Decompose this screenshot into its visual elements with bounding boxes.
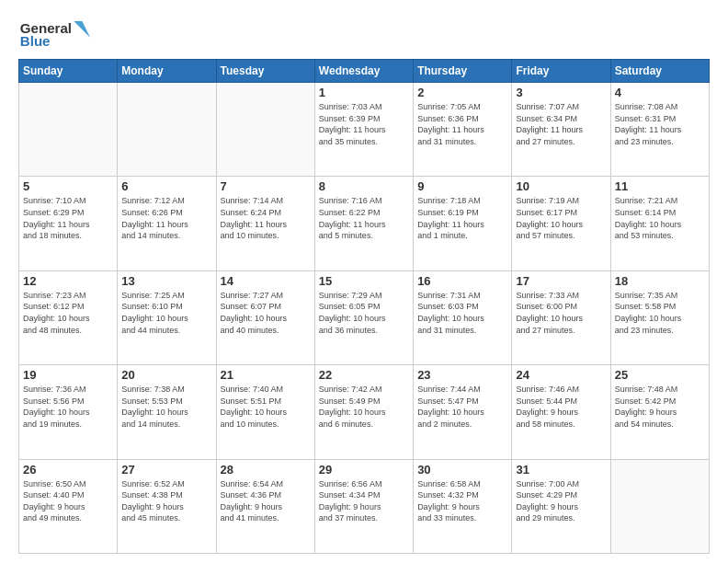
calendar-cell: 4Sunrise: 7:08 AM Sunset: 6:31 PM Daylig…: [610, 83, 709, 177]
calendar-cell: 11Sunrise: 7:21 AM Sunset: 6:14 PM Dayli…: [610, 177, 709, 270]
day-number: 6: [121, 179, 211, 193]
calendar-cell: 6Sunrise: 7:12 AM Sunset: 6:26 PM Daylig…: [118, 177, 216, 270]
day-number: 18: [615, 274, 705, 288]
calendar-cell: 21Sunrise: 7:40 AM Sunset: 5:51 PM Dayli…: [216, 365, 314, 459]
day-info: Sunrise: 7:12 AM Sunset: 6:26 PM Dayligh…: [121, 195, 211, 241]
calendar-week-4: 19Sunrise: 7:36 AM Sunset: 5:56 PM Dayli…: [19, 365, 710, 459]
day-number: 20: [121, 368, 211, 382]
day-number: 28: [221, 463, 311, 477]
day-info: Sunrise: 7:27 AM Sunset: 6:07 PM Dayligh…: [221, 290, 311, 336]
day-number: 12: [23, 274, 113, 288]
logo: General Blue: [18, 15, 92, 52]
day-number: 14: [221, 274, 311, 288]
day-number: 1: [319, 86, 409, 99]
calendar-week-1: 1Sunrise: 7:03 AM Sunset: 6:39 PM Daylig…: [19, 83, 710, 177]
day-info: Sunrise: 7:48 AM Sunset: 5:42 PM Dayligh…: [615, 384, 705, 430]
day-info: Sunrise: 7:33 AM Sunset: 6:00 PM Dayligh…: [516, 290, 606, 336]
calendar-cell: 15Sunrise: 7:29 AM Sunset: 6:05 PM Dayli…: [314, 270, 413, 364]
day-number: 2: [417, 86, 507, 99]
day-info: Sunrise: 7:00 AM Sunset: 4:29 PM Dayligh…: [516, 478, 606, 524]
day-info: Sunrise: 6:54 AM Sunset: 4:36 PM Dayligh…: [221, 478, 311, 524]
day-number: 9: [417, 179, 507, 193]
calendar-header-thursday: Thursday: [414, 60, 512, 83]
day-number: 11: [615, 179, 705, 193]
day-info: Sunrise: 6:56 AM Sunset: 4:34 PM Dayligh…: [319, 478, 409, 524]
day-info: Sunrise: 7:19 AM Sunset: 6:17 PM Dayligh…: [516, 195, 606, 241]
day-info: Sunrise: 7:44 AM Sunset: 5:47 PM Dayligh…: [417, 384, 507, 430]
calendar-cell: 16Sunrise: 7:31 AM Sunset: 6:03 PM Dayli…: [414, 270, 512, 364]
day-info: Sunrise: 6:58 AM Sunset: 4:32 PM Dayligh…: [417, 478, 507, 524]
day-number: 30: [417, 463, 507, 477]
header: General Blue: [18, 15, 710, 52]
calendar-header-friday: Friday: [512, 60, 610, 83]
day-number: 29: [319, 463, 409, 477]
calendar-cell: 31Sunrise: 7:00 AM Sunset: 4:29 PM Dayli…: [512, 459, 610, 553]
day-number: 25: [615, 368, 705, 382]
calendar-cell: 8Sunrise: 7:16 AM Sunset: 6:22 PM Daylig…: [314, 177, 413, 270]
day-number: 27: [121, 463, 211, 477]
day-number: 24: [516, 368, 606, 382]
calendar-cell: 5Sunrise: 7:10 AM Sunset: 6:29 PM Daylig…: [19, 177, 118, 270]
calendar-cell: 27Sunrise: 6:52 AM Sunset: 4:38 PM Dayli…: [118, 459, 216, 553]
day-info: Sunrise: 7:23 AM Sunset: 6:12 PM Dayligh…: [23, 290, 113, 336]
day-number: 23: [417, 368, 507, 382]
calendar-week-3: 12Sunrise: 7:23 AM Sunset: 6:12 PM Dayli…: [19, 270, 710, 364]
calendar-cell: 10Sunrise: 7:19 AM Sunset: 6:17 PM Dayli…: [512, 177, 610, 270]
day-number: 10: [516, 179, 606, 193]
day-info: Sunrise: 7:16 AM Sunset: 6:22 PM Dayligh…: [319, 195, 409, 241]
day-info: Sunrise: 7:18 AM Sunset: 6:19 PM Dayligh…: [417, 195, 507, 241]
calendar-cell: [19, 83, 118, 177]
calendar-cell: 12Sunrise: 7:23 AM Sunset: 6:12 PM Dayli…: [19, 270, 118, 364]
day-info: Sunrise: 7:42 AM Sunset: 5:49 PM Dayligh…: [319, 384, 409, 430]
calendar-cell: 3Sunrise: 7:07 AM Sunset: 6:34 PM Daylig…: [512, 83, 610, 177]
day-info: Sunrise: 7:31 AM Sunset: 6:03 PM Dayligh…: [417, 290, 507, 336]
calendar-week-2: 5Sunrise: 7:10 AM Sunset: 6:29 PM Daylig…: [19, 177, 710, 270]
day-info: Sunrise: 7:25 AM Sunset: 6:10 PM Dayligh…: [121, 290, 211, 336]
calendar-table: SundayMondayTuesdayWednesdayThursdayFrid…: [18, 59, 710, 554]
day-number: 19: [23, 368, 113, 382]
calendar-week-5: 26Sunrise: 6:50 AM Sunset: 4:40 PM Dayli…: [19, 459, 710, 553]
calendar-cell: 9Sunrise: 7:18 AM Sunset: 6:19 PM Daylig…: [414, 177, 512, 270]
calendar-cell: [118, 83, 216, 177]
day-info: Sunrise: 7:05 AM Sunset: 6:36 PM Dayligh…: [417, 101, 507, 147]
calendar-cell: 24Sunrise: 7:46 AM Sunset: 5:44 PM Dayli…: [512, 365, 610, 459]
calendar-cell: 19Sunrise: 7:36 AM Sunset: 5:56 PM Dayli…: [19, 365, 118, 459]
calendar-header-monday: Monday: [118, 60, 216, 83]
day-number: 16: [417, 274, 507, 288]
calendar-cell: 7Sunrise: 7:14 AM Sunset: 6:24 PM Daylig…: [216, 177, 314, 270]
day-info: Sunrise: 7:40 AM Sunset: 5:51 PM Dayligh…: [221, 384, 311, 430]
page: General Blue SundayMondayTuesdayWednesda…: [0, 0, 728, 563]
day-info: Sunrise: 7:46 AM Sunset: 5:44 PM Dayligh…: [516, 384, 606, 430]
day-number: 7: [221, 179, 311, 193]
calendar-header-wednesday: Wednesday: [314, 60, 413, 83]
calendar-cell: 20Sunrise: 7:38 AM Sunset: 5:53 PM Dayli…: [118, 365, 216, 459]
day-number: 26: [23, 463, 113, 477]
calendar-cell: 30Sunrise: 6:58 AM Sunset: 4:32 PM Dayli…: [414, 459, 512, 553]
day-info: Sunrise: 7:07 AM Sunset: 6:34 PM Dayligh…: [516, 101, 606, 147]
day-number: 3: [516, 86, 606, 99]
calendar-cell: 29Sunrise: 6:56 AM Sunset: 4:34 PM Dayli…: [314, 459, 413, 553]
day-info: Sunrise: 6:52 AM Sunset: 4:38 PM Dayligh…: [121, 478, 211, 524]
calendar-cell: 28Sunrise: 6:54 AM Sunset: 4:36 PM Dayli…: [216, 459, 314, 553]
calendar-cell: 25Sunrise: 7:48 AM Sunset: 5:42 PM Dayli…: [610, 365, 709, 459]
svg-marker-2: [74, 21, 90, 38]
day-number: 15: [319, 274, 409, 288]
day-number: 31: [516, 463, 606, 477]
calendar-cell: 26Sunrise: 6:50 AM Sunset: 4:40 PM Dayli…: [19, 459, 118, 553]
calendar-cell: 1Sunrise: 7:03 AM Sunset: 6:39 PM Daylig…: [314, 83, 413, 177]
day-number: 17: [516, 274, 606, 288]
calendar-cell: 2Sunrise: 7:05 AM Sunset: 6:36 PM Daylig…: [414, 83, 512, 177]
calendar-cell: 22Sunrise: 7:42 AM Sunset: 5:49 PM Dayli…: [314, 365, 413, 459]
day-number: 22: [319, 368, 409, 382]
calendar-header-sunday: Sunday: [19, 60, 118, 83]
day-info: Sunrise: 7:36 AM Sunset: 5:56 PM Dayligh…: [23, 384, 113, 430]
day-info: Sunrise: 7:21 AM Sunset: 6:14 PM Dayligh…: [615, 195, 705, 241]
calendar-cell: 17Sunrise: 7:33 AM Sunset: 6:00 PM Dayli…: [512, 270, 610, 364]
day-number: 13: [121, 274, 211, 288]
calendar-cell: 23Sunrise: 7:44 AM Sunset: 5:47 PM Dayli…: [414, 365, 512, 459]
calendar-cell: [216, 83, 314, 177]
logo-svg: General Blue: [18, 15, 92, 52]
calendar-cell: 14Sunrise: 7:27 AM Sunset: 6:07 PM Dayli…: [216, 270, 314, 364]
calendar-header-row: SundayMondayTuesdayWednesdayThursdayFrid…: [19, 60, 710, 83]
day-info: Sunrise: 7:14 AM Sunset: 6:24 PM Dayligh…: [221, 195, 311, 241]
